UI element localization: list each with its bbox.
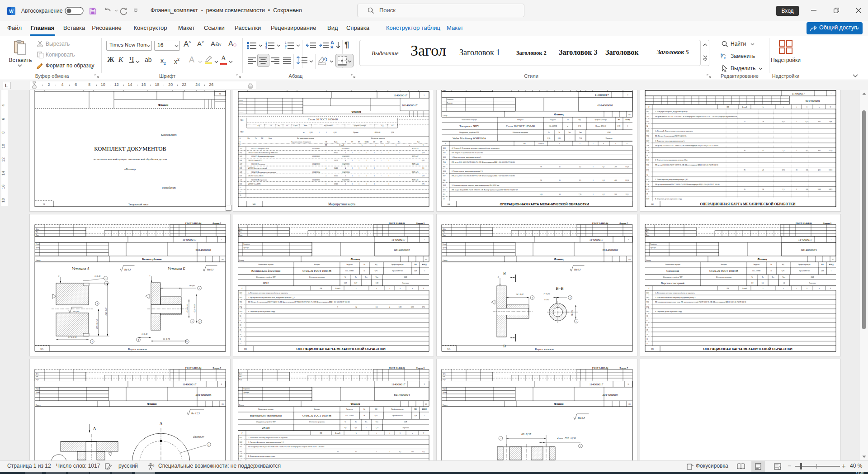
svg-text:18466: 18466 xyxy=(334,167,338,169)
svg-text:4 отв. ∅10 +0,36: 4 отв. ∅10 +0,36 xyxy=(557,437,576,440)
svg-text:90: 90 xyxy=(744,169,745,171)
svg-text:Изм.: Изм. xyxy=(443,376,445,378)
svg-text:Проверил: Проверил xyxy=(244,247,250,249)
svg-text:0,92: 0,92 xyxy=(376,282,378,284)
svg-text:Б. Открепить деталь и уложить: Б. Открепить деталь и уложить в тару. xyxy=(248,455,275,457)
svg-text:-: - xyxy=(773,282,774,284)
svg-text:10: 10 xyxy=(240,334,241,336)
svg-text:Фланец: Фланец xyxy=(351,258,360,261)
svg-text:L: L xyxy=(356,432,357,434)
svg-text:7,59: 7,59 xyxy=(422,152,425,154)
svg-text:0,26: 0,26 xyxy=(334,132,337,134)
svg-text:МД: МД xyxy=(375,264,377,265)
svg-text:Н.контр.: Н.контр. xyxy=(646,260,651,261)
svg-text:Дубл.: Дубл. xyxy=(239,373,242,375)
svg-text:0,76: 0,76 xyxy=(782,270,784,272)
svg-text:О05: О05 xyxy=(240,311,242,313)
svg-text:Установ А: Установ А xyxy=(71,266,90,271)
svg-text:Подп.: Подп. xyxy=(36,379,39,381)
svg-text:Разраб.: Разраб. xyxy=(443,388,447,390)
svg-text:Тшт.: Тшт. xyxy=(376,421,379,423)
svg-text:Вертикально-сверлильная: Вертикально-сверлильная xyxy=(250,414,282,417)
svg-text:Р08: Р08 xyxy=(443,180,446,181)
svg-text:Разраб.: Разраб. xyxy=(36,243,40,245)
svg-text:6014000001: 6014000001 xyxy=(342,148,349,150)
svg-text:О03: О03 xyxy=(443,156,446,158)
svg-text:Колесо зубчатое: Колесо зубчатое xyxy=(142,258,162,261)
svg-text:10: 10 xyxy=(646,334,648,336)
svg-text:1: 1 xyxy=(388,175,389,177)
svg-text:Материал: Материал xyxy=(314,264,320,265)
svg-text:15-0,43: 15-0,43 xyxy=(142,333,147,336)
svg-text:1: 1 xyxy=(359,175,359,177)
svg-text:КОИД: КОИД xyxy=(626,119,631,121)
svg-text:1: 1 xyxy=(796,150,797,152)
svg-text:М02: М02 xyxy=(241,131,244,133)
svg-text:Сталь 20 ГОСТ 1050-88: Сталь 20 ГОСТ 1050-88 xyxy=(308,118,338,121)
svg-text:D или В: D или В xyxy=(335,288,340,289)
svg-text:То: То xyxy=(751,276,753,278)
svg-text:МЗ: МЗ xyxy=(415,408,417,410)
svg-text:400: 400 xyxy=(614,166,617,168)
svg-text:1: 1 xyxy=(796,121,797,123)
svg-text:06: 06 xyxy=(240,315,241,317)
svg-text:6014000001: 6014000001 xyxy=(598,104,614,107)
svg-text:07: 07 xyxy=(240,320,241,322)
svg-text:4: 4 xyxy=(389,451,390,453)
svg-text:Б. Открепить деталь и уложить: Б. Открепить деталь и уложить в тару. xyxy=(655,311,682,313)
svg-text:S: S xyxy=(807,288,807,289)
svg-text:Провер.: Провер. xyxy=(36,247,40,249)
svg-text:Тпз.: Тпз. xyxy=(568,132,571,133)
svg-text:2014000001: 2014000001 xyxy=(196,248,212,252)
svg-text:18,8: 18,8 xyxy=(829,121,832,123)
svg-text:1: 1 xyxy=(374,167,375,169)
svg-text:Б12: Б12 xyxy=(240,183,242,185)
svg-text:Б. Открепить деталь и уложить: Б. Открепить деталь и уложить в тару. xyxy=(655,198,682,200)
svg-text:О05: О05 xyxy=(646,311,649,313)
svg-text:ГОСТ 3.1404-86: ГОСТ 3.1404-86 xyxy=(389,222,405,224)
svg-text:-: - xyxy=(399,183,399,185)
svg-text:Прокат Ø90×60: Прокат Ø90×60 xyxy=(799,270,810,272)
svg-text:60±0,37: 60±0,37 xyxy=(521,432,531,436)
svg-text:2014000004: 2014000004 xyxy=(603,393,619,397)
svg-text:Р: Р xyxy=(240,144,241,146)
svg-text:Слесарная: Слесарная xyxy=(666,269,679,272)
svg-text:0,39: 0,39 xyxy=(344,282,347,284)
svg-text:500: 500 xyxy=(614,194,617,195)
svg-text:09: 09 xyxy=(240,329,241,331)
svg-text:Обозначение программы: Обозначение программы xyxy=(309,276,325,278)
svg-text:Б. Открепить деталь и уложить: Б. Открепить деталь и уложить в тару. xyxy=(248,311,275,313)
svg-text:2: 2 xyxy=(500,437,501,440)
svg-text:Код, наименование оборудования: Код, наименование оборудования xyxy=(292,141,311,143)
svg-text:Н.контр.: Н.контр. xyxy=(239,404,244,406)
svg-text:1: 1 xyxy=(388,183,389,185)
svg-text:Форма 3: Форма 3 xyxy=(416,222,425,224)
svg-text:409590 Верстак слесарный: 409590 Верстак слесарный xyxy=(248,167,267,169)
svg-text:1: 1 xyxy=(326,132,327,133)
svg-text:Твердость: Твердость xyxy=(346,408,353,410)
svg-text:СОЖ: СОЖ xyxy=(404,276,407,278)
svg-text:2,5: 2,5 xyxy=(579,166,581,168)
svg-text:Р05: Р05 xyxy=(443,166,446,168)
svg-text:Сталь 20 ГОСТ 1050-88: Сталь 20 ГОСТ 1050-88 xyxy=(302,414,331,417)
svg-text:1,12: 1,12 xyxy=(422,175,425,177)
svg-text:ОК: ОК xyxy=(651,348,654,350)
svg-text:Ø90×68: Ø90×68 xyxy=(375,132,381,133)
svg-text:V: V xyxy=(423,432,425,434)
svg-text:Изм.: Изм. xyxy=(36,376,38,378)
svg-text:РИ: резец 2103-1105 ГОСТ 18879: РИ: резец 2103-1105 ГОСТ 18879-73; СИ: Ш… xyxy=(452,175,515,177)
svg-text:1: 1 xyxy=(374,183,375,185)
svg-text:1. Подрезать торец, выдерживая: 1. Подрезать торец, выдерживая размер 1. xyxy=(452,156,481,159)
svg-text:1: 1 xyxy=(208,444,209,446)
svg-text:114000017: 114000017 xyxy=(392,383,406,386)
svg-text:5: 5 xyxy=(199,287,200,289)
svg-text:t: t xyxy=(377,288,377,289)
svg-text:22,8: 22,8 xyxy=(626,194,628,196)
svg-text:Дубл.: Дубл. xyxy=(239,228,242,230)
svg-text:2 паза: 2 паза xyxy=(544,299,549,301)
svg-text:Фланец: Фланец xyxy=(147,403,157,405)
svg-text:Подп.: Подп. xyxy=(36,234,39,236)
svg-text:МЗ: МЗ xyxy=(618,119,620,121)
svg-text:Материал: Материал xyxy=(517,119,524,121)
svg-text:ПИ: ПИ xyxy=(320,432,322,434)
